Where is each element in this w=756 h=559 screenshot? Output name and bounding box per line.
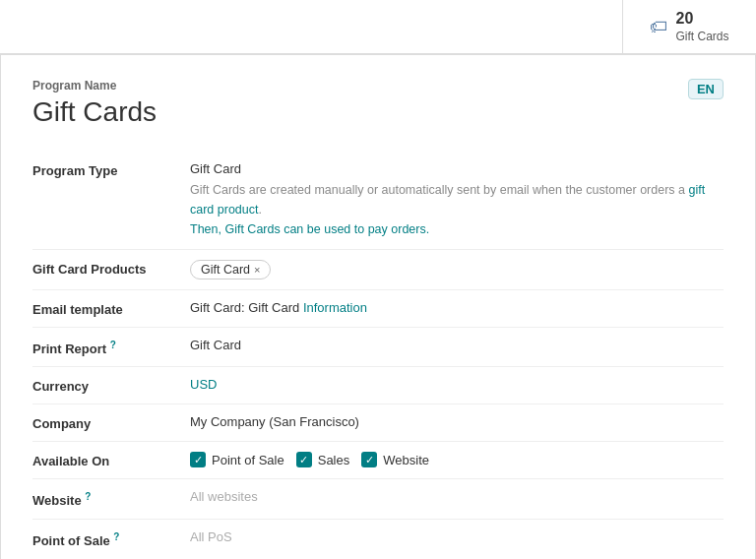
available-on-sales[interactable]: Sales: [296, 452, 350, 467]
pos-checkbox[interactable]: [190, 452, 206, 467]
available-on-pos[interactable]: Point of Sale: [190, 452, 284, 467]
website-checkbox-label: Website: [383, 453, 429, 467]
sales-checkbox[interactable]: [296, 452, 312, 467]
point-of-sale-row: Point of Sale ? All PoS: [32, 520, 724, 558]
gift-card-products-label: Gift Card Products: [32, 260, 190, 277]
point-of-sale-label: Point of Sale ?: [32, 529, 190, 548]
print-report-label: Print Report ?: [32, 338, 190, 356]
pos-placeholder: All PoS: [190, 529, 232, 544]
program-type-label: Program Type: [32, 161, 190, 178]
lang-button[interactable]: EN: [688, 79, 724, 99]
company-value: My Company (San Francisco): [190, 414, 359, 429]
tag-icon: 🏷: [650, 17, 667, 37]
currency-label: Currency: [32, 377, 190, 394]
available-on-row: Available On Point of Sale Sales Website: [32, 442, 724, 478]
gift-cards-badge[interactable]: 🏷 20 Gift Cards: [622, 0, 740, 53]
pos-help-icon[interactable]: ?: [113, 531, 119, 542]
sales-checkbox-label: Sales: [318, 453, 350, 467]
print-report-value: Gift Card: [190, 338, 241, 352]
company-label: Company: [32, 414, 190, 431]
currency-row: Currency USD: [32, 367, 724, 404]
main-content: Program Name Gift Cards EN Program Type …: [0, 54, 756, 559]
gift-card-product-link[interactable]: gift card product: [190, 183, 705, 217]
email-template-row: Email template Gift Card: Gift Card Info…: [32, 290, 724, 327]
email-template-prefix: Gift Card: Gift Card: [190, 300, 303, 315]
chip-remove-icon[interactable]: ×: [254, 264, 260, 276]
page-title: Gift Cards: [32, 96, 157, 128]
email-template-label: Email template: [32, 300, 190, 317]
currency-value[interactable]: USD: [190, 377, 217, 392]
website-row: Website ? All websites: [32, 479, 724, 518]
website-label: Website ?: [32, 489, 190, 508]
available-on-website[interactable]: Website: [361, 452, 429, 467]
chip-label: Gift Card: [201, 263, 250, 277]
print-report-row: Print Report ? Gift Card: [32, 328, 724, 366]
program-type-description: Gift Cards are created manually or autom…: [190, 180, 724, 239]
print-report-help-icon[interactable]: ?: [110, 340, 116, 350]
top-bar: 🏷 20 Gift Cards: [0, 0, 756, 54]
website-help-icon[interactable]: ?: [85, 491, 91, 502]
company-row: Company My Company (San Francisco): [32, 404, 724, 441]
program-type-value: Gift Card: [190, 161, 724, 176]
email-template-link[interactable]: Information: [303, 300, 367, 315]
gift-card-chip[interactable]: Gift Card ×: [190, 260, 271, 280]
website-checkbox[interactable]: [361, 452, 377, 467]
badge-count: 20: [675, 9, 728, 30]
gift-card-products-row: Gift Card Products Gift Card ×: [32, 250, 724, 289]
pos-checkbox-label: Point of Sale: [212, 453, 284, 467]
website-placeholder: All websites: [190, 489, 258, 504]
program-name-label: Program Name: [32, 79, 157, 93]
available-on-label: Available On: [32, 452, 190, 468]
program-type-row: Program Type Gift Card Gift Cards are cr…: [32, 152, 724, 249]
badge-label: Gift Cards: [675, 30, 728, 45]
